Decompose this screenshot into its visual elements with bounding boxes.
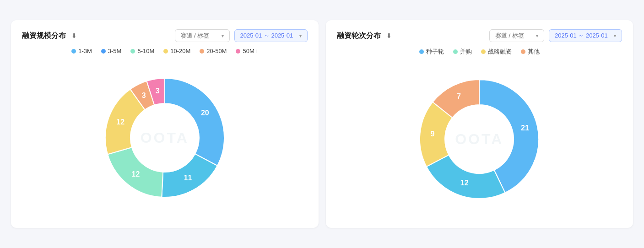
download-icon-1[interactable]: ⬇ <box>71 32 77 39</box>
legend-item-1-2: 5-10M <box>130 48 154 54</box>
card-header-1: 融资规模分布 ⬇ 赛道 / 标签 ▾ 2025-01 ～ 2025-01 ▾ <box>22 29 308 42</box>
legend-item-1-4: 20-50M <box>200 48 227 54</box>
chart-card-1: 融资规模分布 ⬇ 赛道 / 标签 ▾ 2025-01 ～ 2025-01 ▾ 1… <box>11 20 319 228</box>
legend-dot-1-1 <box>101 49 106 54</box>
chart-card-2: 融资轮次分布 ⬇ 赛道 / 标签 ▾ 2025-01 ～ 2025-01 ▾ 种… <box>326 20 633 228</box>
legend-label-2-3: 其他 <box>528 48 540 56</box>
date-dropdown-2[interactable]: 2025-01 ～ 2025-01 ▾ <box>549 29 622 42</box>
svg-text:3: 3 <box>141 92 146 99</box>
legend-label-1-0: 1-3M <box>78 48 92 54</box>
svg-text:3: 3 <box>156 87 160 95</box>
legend-dot-2-1 <box>453 49 458 54</box>
chart-area-2: 211297 OOTA <box>337 61 622 217</box>
svg-text:11: 11 <box>184 174 192 182</box>
chart-area-1: 2011121233 OOTA <box>22 60 308 216</box>
legend-item-2-3: 其他 <box>521 48 540 56</box>
track-dropdown-1[interactable]: 赛道 / 标签 ▾ <box>175 29 230 42</box>
legend-1: 1-3M 3-5M 5-10M 10-20M 20-50M 50M+ <box>22 48 308 54</box>
legend-dot-1-0 <box>71 49 76 54</box>
card-header-2: 融资轮次分布 ⬇ 赛道 / 标签 ▾ 2025-01 ～ 2025-01 ▾ <box>337 29 622 42</box>
svg-point-6 <box>130 103 199 172</box>
chart-title-2: 融资轮次分布 <box>337 31 381 41</box>
legend-2: 种子轮 并购 战略融资 其他 <box>337 48 622 56</box>
donut-chart-1: 2011121233 <box>92 65 238 211</box>
legend-item-2-1: 并购 <box>453 48 472 56</box>
svg-text:12: 12 <box>131 170 140 178</box>
legend-item-1-1: 3-5M <box>101 48 122 54</box>
legend-dot-1-3 <box>163 49 168 54</box>
svg-text:9: 9 <box>431 130 435 138</box>
svg-text:20: 20 <box>201 109 209 117</box>
legend-item-1-5: 50M+ <box>236 48 258 54</box>
legend-dot-1-4 <box>200 49 204 54</box>
chart-title-1: 融资规模分布 <box>22 31 66 41</box>
charts-wrapper: 融资规模分布 ⬇ 赛道 / 标签 ▾ 2025-01 ～ 2025-01 ▾ 1… <box>7 16 637 232</box>
legend-label-2-0: 种子轮 <box>426 48 444 56</box>
svg-text:12: 12 <box>116 118 124 126</box>
legend-label-1-1: 3-5M <box>108 48 122 54</box>
date-dropdown-1[interactable]: 2025-01 ～ 2025-01 ▾ <box>234 29 308 42</box>
legend-label-2-2: 战略融资 <box>488 48 512 56</box>
chevron-icon-1: ▾ <box>222 33 224 38</box>
date-chevron-icon-1: ▾ <box>299 33 302 38</box>
date-chevron-icon-2: ▾ <box>614 33 616 38</box>
legend-dot-2-3 <box>521 49 525 54</box>
legend-label-1-5: 50M+ <box>243 48 258 54</box>
svg-text:7: 7 <box>457 92 461 100</box>
legend-item-1-0: 1-3M <box>71 48 92 54</box>
chevron-icon-2: ▾ <box>536 33 538 38</box>
legend-item-1-3: 10-20M <box>163 48 190 54</box>
legend-item-2-2: 战略融资 <box>481 48 512 56</box>
legend-label-1-4: 20-50M <box>206 48 227 54</box>
legend-item-2-0: 种子轮 <box>419 48 444 56</box>
legend-dot-1-2 <box>130 49 135 54</box>
legend-dot-2-0 <box>419 49 424 54</box>
svg-text:21: 21 <box>521 124 529 132</box>
header-controls-1: 赛道 / 标签 ▾ 2025-01 ～ 2025-01 ▾ <box>175 29 308 42</box>
svg-point-11 <box>445 105 514 173</box>
legend-label-1-2: 5-10M <box>137 48 154 54</box>
legend-label-2-1: 并购 <box>460 48 472 56</box>
download-icon-2[interactable]: ⬇ <box>386 32 392 39</box>
track-dropdown-2[interactable]: 赛道 / 标签 ▾ <box>489 29 544 42</box>
legend-dot-1-5 <box>236 49 240 54</box>
header-controls-2: 赛道 / 标签 ▾ 2025-01 ～ 2025-01 ▾ <box>489 29 622 42</box>
legend-dot-2-2 <box>481 49 486 54</box>
legend-label-1-3: 10-20M <box>170 48 190 54</box>
svg-text:12: 12 <box>460 179 469 187</box>
donut-chart-2: 211297 <box>406 66 552 212</box>
